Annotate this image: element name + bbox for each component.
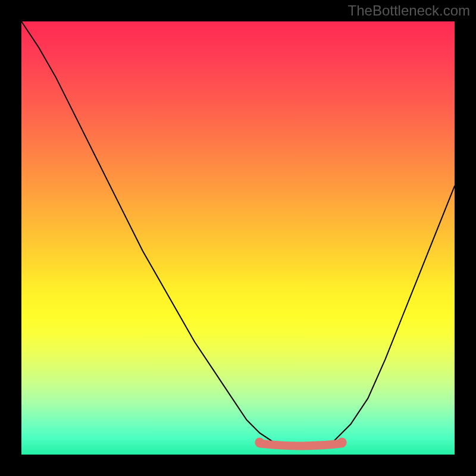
curve-svg xyxy=(21,21,455,455)
bottleneck-curve xyxy=(21,21,455,446)
left-corner-dot xyxy=(255,437,264,447)
right-corner-dot xyxy=(337,437,347,447)
chart-container: TheBottleneck.com xyxy=(0,0,476,476)
plot-area xyxy=(21,21,455,455)
watermark-text: TheBottleneck.com xyxy=(348,2,470,19)
minimum-segment xyxy=(259,443,342,446)
